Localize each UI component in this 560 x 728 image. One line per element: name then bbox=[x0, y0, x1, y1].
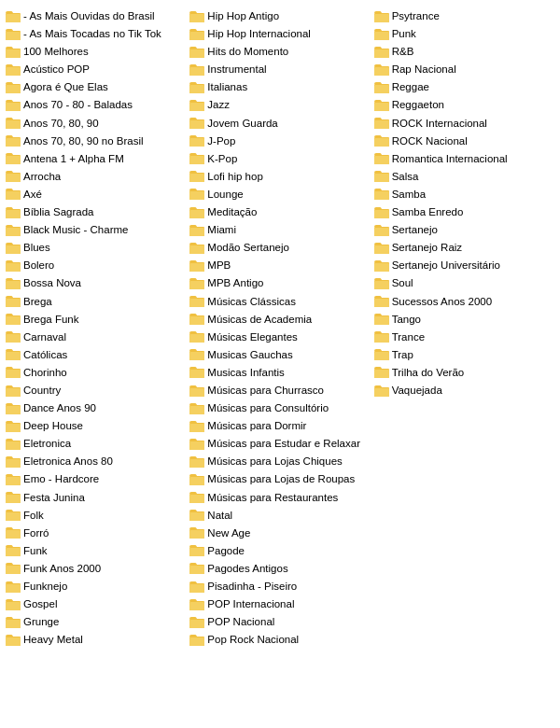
list-item[interactable]: Hip Hop Internacional bbox=[188, 25, 371, 42]
list-item[interactable]: - As Mais Tocadas no Tik Tok bbox=[4, 25, 188, 42]
list-item[interactable]: Carnaval bbox=[4, 329, 188, 345]
list-item[interactable]: Forró bbox=[4, 525, 188, 541]
list-item[interactable]: Trap bbox=[372, 346, 556, 363]
list-item[interactable]: Antena 1 + Alpha FM bbox=[4, 150, 188, 167]
list-item[interactable]: Deep House bbox=[4, 417, 188, 434]
list-item[interactable]: Trilha do Verão bbox=[372, 364, 556, 381]
list-item[interactable]: Músicas Elegantes bbox=[188, 329, 371, 345]
list-item[interactable]: ROCK Nacional bbox=[372, 133, 556, 149]
list-item[interactable]: Emo - Hardcore bbox=[4, 470, 188, 487]
list-item[interactable]: Músicas para Lojas Chiques bbox=[188, 453, 371, 469]
list-item[interactable]: Pop Rock Nacional bbox=[188, 631, 371, 648]
list-item[interactable]: Musicas Gauchas bbox=[188, 346, 371, 363]
list-item[interactable]: Músicas Clássicas bbox=[188, 293, 371, 310]
list-item[interactable]: 100 Melhores bbox=[4, 43, 188, 60]
list-item[interactable]: Blues bbox=[4, 239, 188, 256]
list-item[interactable]: Lofi hip hop bbox=[188, 168, 371, 185]
folder-icon bbox=[374, 295, 389, 307]
list-item[interactable]: Folk bbox=[4, 507, 188, 524]
list-item[interactable]: Psytrance bbox=[372, 7, 556, 24]
list-item[interactable]: Trance bbox=[372, 329, 556, 345]
list-item[interactable]: Heavy Metal bbox=[4, 631, 188, 648]
list-item[interactable]: Tango bbox=[372, 311, 556, 328]
list-item[interactable]: Músicas para Lojas de Roupas bbox=[188, 470, 371, 487]
list-item[interactable]: Pisadinha - Piseiro bbox=[188, 578, 371, 595]
list-item[interactable]: Romantica Internacional bbox=[372, 150, 556, 167]
list-item[interactable]: Bossa Nova bbox=[4, 274, 188, 291]
list-item[interactable]: Natal bbox=[188, 507, 371, 524]
list-item[interactable]: Músicas para Churrasco bbox=[188, 382, 371, 399]
list-item[interactable]: Agora é Que Elas bbox=[4, 78, 188, 95]
list-item[interactable]: Instrumental bbox=[188, 61, 371, 77]
list-item[interactable]: Italianas bbox=[188, 78, 371, 95]
list-item[interactable]: Arrocha bbox=[4, 168, 188, 185]
list-item[interactable]: Bíblia Sagrada bbox=[4, 203, 188, 220]
list-item[interactable]: Eletronica bbox=[4, 435, 188, 452]
list-item[interactable]: Bolero bbox=[4, 257, 188, 273]
list-item[interactable]: Músicas para Dormir bbox=[188, 417, 371, 434]
list-item[interactable]: Hits do Momento bbox=[188, 43, 371, 60]
list-item[interactable]: Festa Junina bbox=[4, 489, 188, 506]
list-item[interactable]: Sertanejo Raiz bbox=[372, 239, 556, 256]
list-item[interactable]: Dance Anos 90 bbox=[4, 399, 188, 416]
list-item[interactable]: R&B bbox=[372, 43, 556, 60]
list-item[interactable]: Jovem Guarda bbox=[188, 115, 371, 132]
list-item[interactable]: Reggae bbox=[372, 78, 556, 95]
list-item[interactable]: Brega Funk bbox=[4, 311, 188, 328]
list-item[interactable]: MPB Antigo bbox=[188, 274, 371, 291]
svg-rect-47 bbox=[6, 424, 21, 432]
list-item[interactable]: Funknejo bbox=[4, 578, 188, 595]
list-item[interactable]: Músicas para Estudar e Relaxar bbox=[188, 435, 371, 452]
list-item[interactable]: Anos 70, 80, 90 no Brasil bbox=[4, 133, 188, 149]
list-item[interactable]: Pagodes Antigos bbox=[188, 560, 371, 577]
folder-label: Forró bbox=[23, 525, 49, 540]
list-item[interactable]: ROCK Internacional bbox=[372, 115, 556, 132]
list-item[interactable]: Anos 70, 80, 90 bbox=[4, 115, 188, 132]
list-item[interactable]: Sertanejo bbox=[372, 221, 556, 238]
list-item[interactable]: Samba bbox=[372, 186, 556, 203]
list-item[interactable]: Músicas de Academia bbox=[188, 311, 371, 328]
list-item[interactable]: Vaquejada bbox=[372, 382, 556, 399]
folder-label: Músicas para Consultório bbox=[207, 400, 329, 415]
list-item[interactable]: Músicas para Restaurantes bbox=[188, 489, 371, 506]
list-item[interactable]: Musicas Infantis bbox=[188, 364, 371, 381]
list-item[interactable]: Funk Anos 2000 bbox=[4, 560, 188, 577]
list-item[interactable]: Axé bbox=[4, 186, 188, 203]
svg-rect-61 bbox=[6, 548, 21, 556]
list-item[interactable]: MPB bbox=[188, 257, 371, 273]
list-item[interactable]: Eletronica Anos 80 bbox=[4, 453, 188, 469]
list-item[interactable]: POP Nacional bbox=[188, 613, 371, 630]
list-item[interactable]: Modão Sertanejo bbox=[188, 239, 371, 256]
list-item[interactable]: - As Mais Ouvidas do Brasil bbox=[4, 7, 188, 24]
list-item[interactable]: Rap Nacional bbox=[372, 61, 556, 77]
list-item[interactable]: Meditação bbox=[188, 203, 371, 220]
list-item[interactable]: Funk bbox=[4, 542, 188, 559]
list-item[interactable]: Católicas bbox=[4, 346, 188, 363]
list-item[interactable]: Jazz bbox=[188, 96, 371, 113]
list-item[interactable]: Reggaeton bbox=[372, 96, 556, 113]
list-item[interactable]: Miami bbox=[188, 221, 371, 238]
list-item[interactable]: Country bbox=[4, 382, 188, 399]
list-item[interactable]: New Age bbox=[188, 525, 371, 541]
list-item[interactable]: Soul bbox=[372, 274, 556, 291]
list-item[interactable]: Brega bbox=[4, 293, 188, 310]
list-item[interactable]: Anos 70 - 80 - Baladas bbox=[4, 96, 188, 113]
list-item[interactable]: Sertanejo Universitário bbox=[372, 257, 556, 273]
list-item[interactable]: J-Pop bbox=[188, 133, 371, 149]
list-item[interactable]: Músicas para Consultório bbox=[188, 399, 371, 416]
list-item[interactable]: Punk bbox=[372, 25, 556, 42]
list-item[interactable]: Lounge bbox=[188, 186, 371, 203]
list-item[interactable]: Salsa bbox=[372, 168, 556, 185]
list-item[interactable]: Black Music - Charme bbox=[4, 221, 188, 238]
list-item[interactable]: POP Internacional bbox=[188, 595, 371, 612]
list-item[interactable]: Grunge bbox=[4, 613, 188, 630]
list-item[interactable]: Sucessos Anos 2000 bbox=[372, 293, 556, 310]
list-item[interactable]: Pagode bbox=[188, 542, 371, 559]
list-item[interactable]: Chorinho bbox=[4, 364, 188, 381]
svg-rect-41 bbox=[6, 370, 21, 378]
list-item[interactable]: Hip Hop Antigo bbox=[188, 7, 371, 24]
list-item[interactable]: Samba Enredo bbox=[372, 203, 556, 220]
list-item[interactable]: Gospel bbox=[4, 595, 188, 612]
list-item[interactable]: Acústico POP bbox=[4, 61, 188, 77]
list-item[interactable]: K-Pop bbox=[188, 150, 371, 167]
